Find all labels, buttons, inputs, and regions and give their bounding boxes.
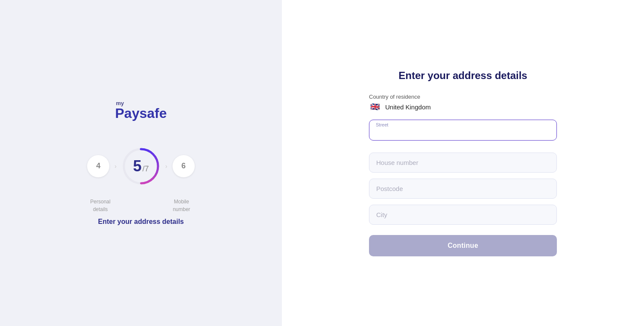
left-panel-subtitle: Enter your address details xyxy=(98,218,184,226)
progress-section: 4 › 5 xyxy=(87,147,194,226)
step-labels: Personal details Mobile number xyxy=(89,197,193,213)
street-input-wrapper: Street xyxy=(369,120,557,147)
right-panel: Enter your address details Country of re… xyxy=(282,0,644,326)
step-4: 4 xyxy=(87,155,109,177)
street-input[interactable] xyxy=(369,120,557,141)
country-name: United Kingdom xyxy=(385,103,431,111)
form-title: Enter your address details xyxy=(369,70,557,82)
city-input[interactable] xyxy=(369,205,557,225)
logo-paysafe: Paysafe xyxy=(115,106,167,121)
step-5-wrapper: 5 /7 xyxy=(122,147,160,185)
left-panel: my Paysafe 4 › xyxy=(0,0,282,326)
current-step-number: 5 xyxy=(133,157,141,175)
uk-flag-icon: 🇬🇧 xyxy=(369,103,381,111)
house-number-input[interactable] xyxy=(369,153,557,173)
progress-steps: 4 › 5 xyxy=(87,147,194,185)
arrow-left: › xyxy=(114,163,117,170)
total-steps: /7 xyxy=(143,164,149,173)
step-6-circle: 6 xyxy=(173,155,195,177)
continue-button[interactable]: Continue xyxy=(369,235,557,256)
country-value: 🇬🇧 United Kingdom xyxy=(369,103,557,111)
step-4-circle: 4 xyxy=(87,155,109,177)
postcode-input[interactable] xyxy=(369,179,557,199)
form-container: Enter your address details Country of re… xyxy=(369,70,557,256)
prev-step-label: Personal details xyxy=(90,199,110,212)
step-5-active: 5 /7 xyxy=(122,147,160,185)
next-step-label: Mobile number xyxy=(173,199,190,212)
logo: my Paysafe xyxy=(115,100,167,121)
step-6: 6 xyxy=(173,155,195,177)
arrow-right: › xyxy=(165,163,167,170)
country-label: Country of residence xyxy=(369,94,557,100)
